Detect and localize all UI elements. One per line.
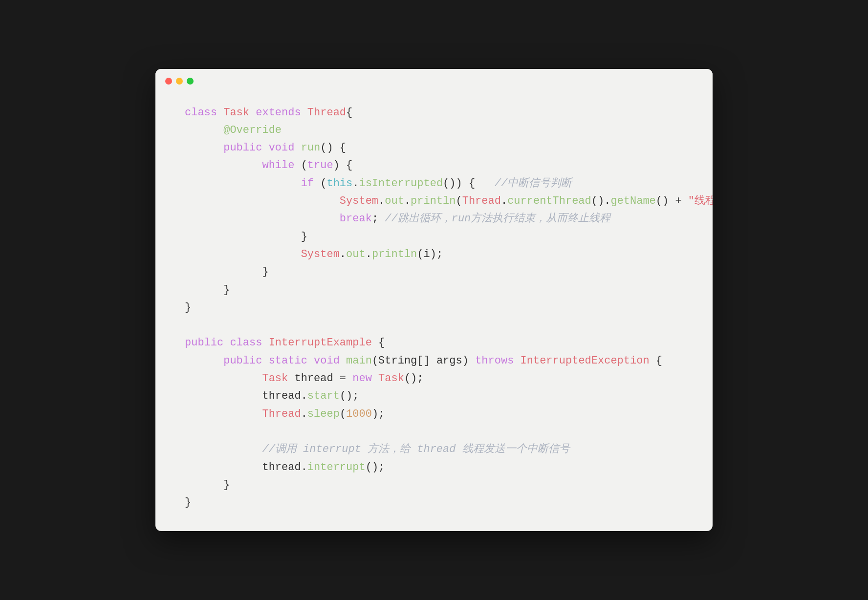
- close-button[interactable]: [165, 78, 172, 85]
- titlebar: [155, 69, 713, 89]
- code-block: class Task extends Thread{ @Override pub…: [155, 89, 713, 532]
- maximize-button[interactable]: [187, 78, 194, 85]
- minimize-button[interactable]: [176, 78, 183, 85]
- code-window: class Task extends Thread{ @Override pub…: [155, 69, 713, 532]
